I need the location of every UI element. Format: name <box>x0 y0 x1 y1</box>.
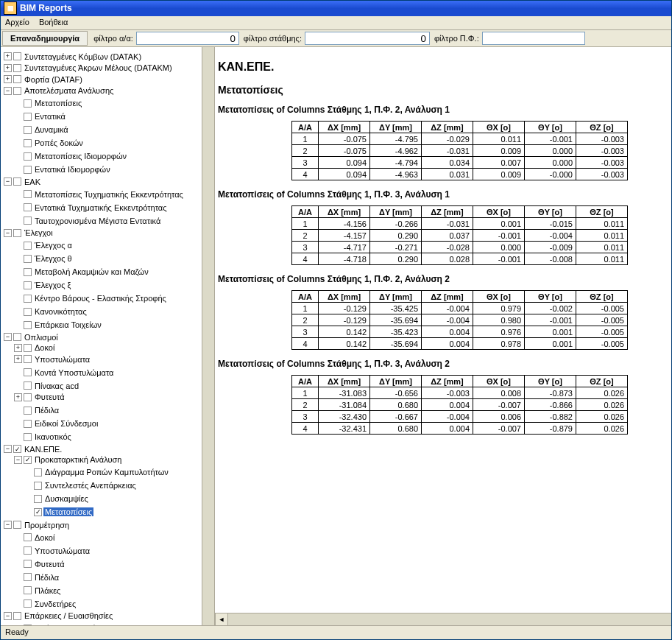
expand-icon[interactable]: + <box>4 52 12 60</box>
tree-item-m-slabs[interactable]: Πλάκες <box>33 586 62 595</box>
tree-item-check-xi[interactable]: Έλεγχος ξ <box>33 281 72 289</box>
tree-item-moment-curvature[interactable]: Διάγραμμα Ροπών Καμπυλοτήτων <box>43 468 170 477</box>
tree-item-short-columns[interactable]: Κοντά Υποστυλώματα <box>33 368 115 377</box>
checkbox[interactable] <box>24 533 32 541</box>
rebuild-button[interactable]: Επαναδημιουργία <box>2 31 88 46</box>
menu-help[interactable]: Βοήθεια <box>39 18 68 27</box>
checkbox[interactable] <box>13 521 21 529</box>
tree-item-reinforcement[interactable]: Οπλισμοί <box>23 333 60 342</box>
scroll-left-icon[interactable]: ◄ <box>215 613 228 625</box>
tree-item-beams[interactable]: Δοκοί <box>33 343 56 352</box>
expand-icon[interactable]: + <box>14 393 22 401</box>
checkbox-checked[interactable] <box>24 456 32 464</box>
checkbox[interactable] <box>13 64 21 72</box>
checkbox[interactable] <box>24 381 32 390</box>
collapse-icon[interactable]: − <box>4 229 12 237</box>
checkbox[interactable] <box>24 393 32 401</box>
checkbox[interactable] <box>34 482 42 490</box>
checkbox[interactable] <box>24 368 32 376</box>
tree-item-displacements[interactable]: Μετατοπίσεις <box>33 99 83 108</box>
checkbox[interactable] <box>24 99 32 108</box>
expand-icon[interactable]: + <box>14 344 22 352</box>
checkbox[interactable] <box>13 87 21 95</box>
checkbox[interactable] <box>24 420 32 428</box>
tree-item-stiffness[interactable]: Δυσκαμψίες <box>43 494 90 503</box>
report-tree[interactable]: +Συντεταγμένες Κόμβων (DATAK) +Συντεταγμ… <box>1 47 202 625</box>
tree-item-pinakas-acd[interactable]: Πίνακας acd <box>33 381 80 390</box>
tree-item-m-planted[interactable]: Φυτευτά <box>33 560 66 569</box>
expand-icon[interactable]: + <box>4 75 12 83</box>
tree-item-eak[interactable]: EAK <box>23 177 42 186</box>
content-hscrollbar[interactable]: ◄ <box>215 613 671 625</box>
checkbox[interactable] <box>24 433 32 441</box>
tree-item-m-columns[interactable]: Υποστυλώματα <box>33 546 91 555</box>
checkbox[interactable] <box>13 333 21 341</box>
checkbox[interactable] <box>34 495 42 503</box>
tree-item-special-joints[interactable]: Ειδικοί Σύνδεσμοι <box>33 419 99 428</box>
checkbox[interactable] <box>24 281 32 289</box>
collapse-icon[interactable]: − <box>4 521 12 529</box>
tree-item-m-ties[interactable]: Συνδετήρες <box>33 599 77 608</box>
checkbox[interactable] <box>13 52 21 60</box>
tree-item-capacity[interactable]: Ικανοτικός <box>33 432 73 441</box>
checkbox[interactable] <box>24 573 32 581</box>
checkbox[interactable] <box>24 308 32 316</box>
tree-item-check-a[interactable]: Έλεγχος α <box>33 241 74 250</box>
checkbox[interactable] <box>24 295 32 303</box>
checkbox[interactable] <box>24 586 32 594</box>
tree-item-analysis-results[interactable]: Αποτελέσματα Ανάλυσης <box>23 86 115 95</box>
filter-stathmi-input[interactable] <box>305 32 430 45</box>
tree-item-check-theta[interactable]: Έλεγχος θ <box>33 254 74 263</box>
checkbox[interactable] <box>24 344 32 352</box>
expand-icon[interactable]: + <box>4 64 12 72</box>
tree-item-m-footings[interactable]: Πέδιλα <box>33 573 60 582</box>
collapse-icon[interactable]: − <box>14 456 22 464</box>
checkbox[interactable] <box>24 268 32 276</box>
collapse-icon[interactable]: − <box>4 612 12 620</box>
checkbox[interactable] <box>13 75 21 83</box>
tree-item-dataf[interactable]: Φορτία (DATAF) <box>23 75 84 84</box>
tree-item-center-grav[interactable]: Κέντρο Βάρους - Ελαστικής Στροφής <box>33 294 168 303</box>
tree-item-beam-moments[interactable]: Ροπές δοκών <box>33 138 85 147</box>
tree-item-element-adequacy[interactable]: Επάρκεια Στοιχείων <box>33 624 107 625</box>
checkbox[interactable] <box>24 113 32 121</box>
report-content[interactable]: KAN.ΕΠΕ. Μετατοπίσεις Μετατοπίσεις of Co… <box>215 47 671 613</box>
tree-item-measurement[interactable]: Προμέτρηση <box>23 521 71 530</box>
checkbox[interactable] <box>24 139 32 147</box>
tree-item-plantings[interactable]: Φυτευτά <box>33 393 66 401</box>
tree-item-kanepe[interactable]: ΚΑΝ.ΕΠΕ. <box>23 445 63 454</box>
tree-item-entatika[interactable]: Εντατικά <box>33 112 67 121</box>
checkbox[interactable] <box>24 599 32 608</box>
tree-item-datak[interactable]: Συντεταγμένες Κόμβων (DATAK) <box>23 52 143 61</box>
tree-item-adequacy-sens[interactable]: Επάρκειες / Ευαισθησίες <box>23 611 114 620</box>
checkbox[interactable] <box>24 546 32 555</box>
tree-item-inadequacy-factors[interactable]: Συντελεστές Ανεπάρκειας <box>43 481 138 490</box>
checkbox[interactable] <box>24 166 32 174</box>
tree-item-footings[interactable]: Πέδιλα <box>33 406 60 415</box>
filter-aa-input[interactable] <box>136 32 239 45</box>
tree-item-checks[interactable]: Έλεγχοι <box>23 228 54 237</box>
checkbox[interactable] <box>13 612 21 620</box>
tree-item-eak-sync-max[interactable]: Ταυτοχρονισμένα Μέγιστα Εντατικά <box>33 217 162 225</box>
collapse-icon[interactable]: − <box>4 177 12 186</box>
menu-file[interactable]: Αρχείο <box>5 18 29 27</box>
checkbox[interactable] <box>24 560 32 568</box>
tree-item-regularity[interactable]: Κανονικότητας <box>33 307 88 316</box>
checkbox[interactable] <box>13 229 21 237</box>
checkbox[interactable] <box>24 407 32 415</box>
tree-item-mass-stiffness[interactable]: Μεταβολή Ακαμψιών και Μαζών <box>33 267 150 276</box>
tree-item-eak-acc-disp[interactable]: Μετατοπίσεις Τυχηματικής Εκκεντρότητας <box>33 190 185 199</box>
checkbox[interactable] <box>24 190 32 198</box>
checkbox[interactable] <box>24 625 32 625</box>
expand-icon[interactable]: + <box>14 355 22 363</box>
checkbox-checked[interactable] <box>34 508 42 516</box>
tree-item-preliminary[interactable]: Προκαταρκτική Ανάλυση <box>33 455 123 464</box>
collapse-icon[interactable]: − <box>4 87 12 95</box>
tree-item-wall-adequacy[interactable]: Επάρκεια Τοιχείων <box>33 320 103 329</box>
checkbox-checked[interactable] <box>13 445 21 453</box>
tree-item-columns[interactable]: Υποστυλώματα <box>33 355 91 364</box>
checkbox[interactable] <box>34 468 42 477</box>
tree-item-mode-entatika[interactable]: Εντατικά Ιδιομορφών <box>33 165 112 174</box>
checkbox[interactable] <box>24 242 32 250</box>
checkbox[interactable] <box>24 126 32 134</box>
